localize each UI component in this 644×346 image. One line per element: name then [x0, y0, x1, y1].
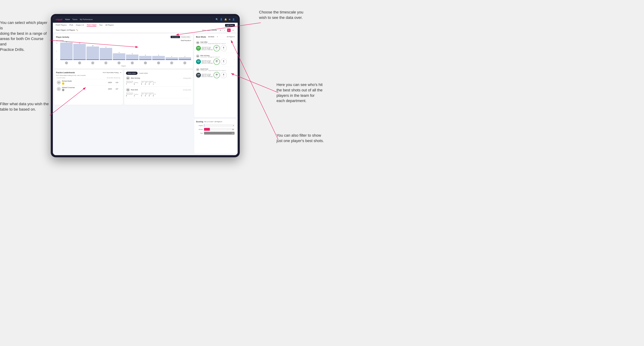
bar-group-1: 13 BM [60, 41, 72, 60]
tournament-col: Tournament 7 [126, 82, 132, 85]
app-label-2: APP [145, 94, 147, 95]
player-rank-2: 2 [62, 89, 64, 91]
nav-teams[interactable]: Teams [72, 18, 77, 20]
bar-4 [100, 48, 112, 60]
activity-player-header-2: RB Rees Britt 02 Sep 2023 [126, 88, 191, 92]
shot-badge-matt: 200 SG [196, 46, 201, 51]
activity-player-header-1: BM Blair McHarg 26 Aug 2023 [126, 76, 191, 80]
annotation-filter: Filter what data you wish thetable to be… [0, 101, 49, 112]
player-score-richard: 19/20 [106, 82, 114, 83]
practice-col: Practice 6 [134, 82, 138, 85]
view-icons: ⊞ ≡ ♥ ⊟ [219, 28, 235, 32]
subnav-pga[interactable]: PGA [69, 24, 73, 26]
nav-my-performance[interactable]: My Performance [80, 18, 92, 20]
total-rounds-label-1: Total Rounds [126, 81, 138, 82]
most-active-tab[interactable]: Most Active [126, 72, 138, 75]
bar-highlight-5 [113, 59, 125, 60]
search-icon[interactable]: 🔍 [216, 18, 218, 21]
practice-drills-toggle[interactable]: Practice Drills [180, 36, 191, 38]
bar-val-9: 2 [171, 56, 172, 57]
avatar-icon[interactable]: 👤 [232, 18, 235, 21]
subnav-hcaps[interactable]: Hcaps 1-5 [76, 24, 84, 26]
player-avg-richard: 110 [114, 82, 120, 83]
shot-content-1: 200 SG Shot Dist: 67 ydsStart Lie: Rough… [196, 45, 233, 51]
bell-icon[interactable]: 🔔 [224, 18, 227, 21]
pars-label: Pars [196, 133, 203, 134]
plus-circle-icon[interactable]: ⊕ [229, 18, 230, 21]
shot-player-text-3: David Ford 24 Aug 2023 · Royal North Dev… [200, 68, 226, 71]
bar-chart: 0 5 10 13 BM 12 [56, 42, 191, 65]
rounds-cols-2: Tournament 8 Practice 4 [126, 94, 138, 97]
practice-dropdown[interactable]: PUTT Must Make Putting ... ▾ [103, 72, 121, 73]
bar-group-6: 4 DB [126, 53, 138, 60]
scoring-dropdown-2[interactable]: All Players ▾ [214, 121, 222, 123]
filter-view-icon[interactable]: ⊟ [231, 28, 235, 32]
total-rounds-label-2: Total Rounds [126, 92, 138, 94]
show-select[interactable]: Last 3 months [207, 29, 217, 31]
practice-leaderboards-card: Practice Leaderboards PUTT Must Make Put… [54, 70, 123, 105]
arg-val: 0 [149, 83, 152, 85]
shot-player-name-blair: Blair McHarg [200, 55, 220, 56]
shot-badge-num-matt: 200 [197, 47, 200, 49]
add-team-button[interactable]: Add Team [225, 24, 235, 27]
shot-badge-num-david: 198 [197, 74, 200, 75]
player-avatar-edward: EC [57, 87, 61, 91]
gtt-val: 0 [141, 83, 144, 85]
practice-title: Practice Leaderboards [56, 72, 75, 74]
pars-bar [204, 132, 234, 135]
tournament-label: Tournament [126, 82, 132, 83]
subnav-pgat[interactable]: PGAT Players [56, 24, 66, 26]
bar-avatar-2: RB [78, 61, 81, 64]
y-axis: 0 5 10 [56, 42, 58, 60]
shot-metric-unit-blair-1: yds [216, 62, 217, 63]
shot-details-blair: Shot Dist: 43 ydsStart Lie: RoughEnd Lie… [202, 60, 213, 64]
bar-avatar-8: MM [157, 61, 160, 64]
grid-view-icon[interactable]: ⊞ [219, 28, 222, 32]
annotation-filter-player: You can also filter to showjust one play… [276, 133, 324, 144]
all-shots-tab[interactable]: All Shots [207, 36, 215, 38]
shot-chevron-3[interactable]: › [234, 72, 234, 74]
subnav-all-players[interactable]: All Players [105, 24, 114, 26]
shot-chevron-1[interactable]: › [234, 45, 234, 47]
bar-val-7: 3 [145, 54, 146, 56]
on-course-toggle[interactable]: On Course [170, 36, 180, 38]
subnav-tour[interactable]: Tour [99, 24, 102, 26]
eagles-bar-container: 3 [204, 124, 234, 127]
gtt-label: GTT [141, 82, 144, 83]
bar-5 [113, 53, 125, 60]
bar-avatar-6: DB [131, 61, 134, 64]
arg-val-2: 0 [149, 95, 152, 97]
shot-metrics-david: 16 yds 0 yds [214, 72, 227, 78]
putt-label: PUTT [153, 82, 156, 83]
bar-highlight-7 [139, 59, 152, 60]
bar-avatar-9: EC [170, 61, 173, 64]
shot-player-header-3: DF David Ford 24 Aug 2023 · Royal North … [196, 68, 233, 71]
list-view-icon[interactable]: ≡ [223, 28, 226, 32]
subnav-team-clippd[interactable]: Team Clippd [86, 24, 96, 26]
app-val-2: 0 [145, 95, 147, 97]
edit-icon[interactable]: ✏️ [76, 29, 78, 31]
players-shots-tab[interactable]: ▾ [216, 36, 219, 38]
shot-badge-num-blair: 200 [197, 60, 200, 62]
chart-dropdown[interactable]: Total Rounds ▾ [180, 40, 191, 41]
all-players-dropdown[interactable]: All Players ▾ [227, 36, 234, 37]
total-practice-label: Total Practice Activities [141, 81, 156, 82]
bar-group-3: 10 DF [86, 45, 99, 60]
chart-x-title: Players [56, 65, 191, 67]
user-icon[interactable]: 👤 [220, 18, 222, 21]
player-activity-title: Player Activity [56, 36, 69, 38]
practice-player-1: RB Richard Butler 1 19/20 110 [56, 79, 121, 86]
shot-chevron-2[interactable]: › [234, 58, 234, 61]
scoring-dropdown-1[interactable]: Par 3, 4 & 5s ▾ [204, 121, 213, 123]
scoring-title: Scoring [196, 121, 203, 123]
nav-home[interactable]: Home [65, 18, 70, 20]
arg-col: ARG 0 [149, 82, 152, 85]
bar-8 [152, 56, 165, 60]
bar-avatar-1: BM [65, 61, 68, 64]
arg-label: ARG [149, 82, 152, 83]
shot-badge-sg-blair: SG [198, 62, 199, 63]
heart-view-icon[interactable]: ♥ [227, 28, 231, 32]
bar-val-3: 10 [92, 45, 94, 46]
least-active-tab[interactable]: Least Active [138, 72, 150, 75]
top-nav: clippd Home Teams My Performance 🔍 👤 🔔 ⊕… [53, 16, 238, 23]
